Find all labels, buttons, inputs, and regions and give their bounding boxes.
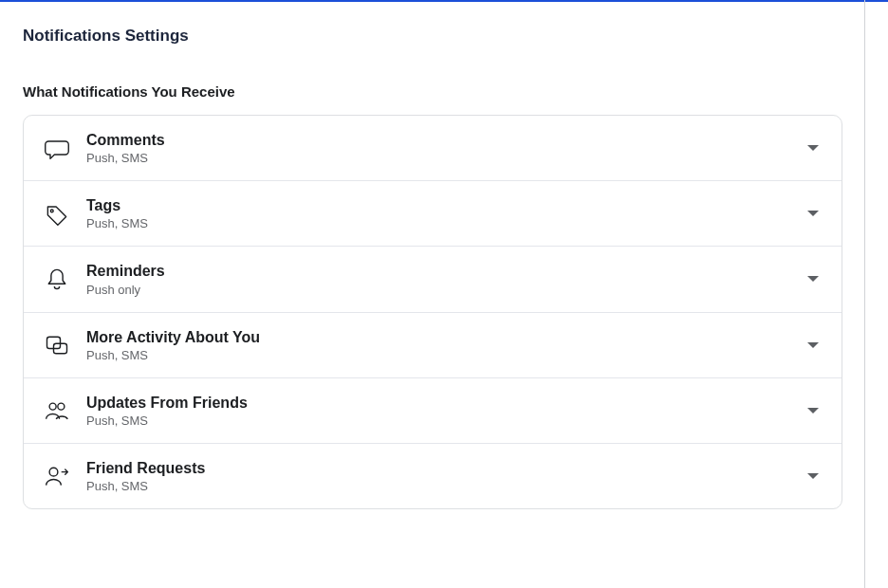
section-heading: What Notifications You Receive (23, 83, 865, 100)
setting-row-title: Tags (86, 196, 807, 214)
friends-icon (41, 395, 73, 427)
setting-row-sub: Push, SMS (86, 479, 807, 493)
setting-row-sub: Push, SMS (86, 348, 807, 362)
setting-row-updates-friends[interactable]: Updates From Friends Push, SMS (24, 378, 842, 444)
setting-row-title: More Activity About You (86, 328, 807, 346)
setting-row-sub: Push, SMS (86, 151, 807, 165)
top-accent-bar (0, 0, 888, 2)
comment-icon (41, 132, 73, 164)
svg-point-0 (50, 210, 53, 212)
setting-row-friend-requests[interactable]: Friend Requests Push, SMS (24, 444, 842, 508)
setting-row-text: Updates From Friends Push, SMS (86, 394, 807, 428)
activity-icon (41, 329, 73, 361)
setting-row-reminders[interactable]: Reminders Push only (24, 247, 842, 312)
main-content: Notifications Settings What Notification… (0, 0, 888, 509)
setting-row-title: Updates From Friends (86, 394, 807, 412)
page-title: Notifications Settings (23, 27, 865, 46)
chevron-down-icon (807, 342, 819, 348)
setting-row-sub: Push, SMS (86, 216, 807, 230)
setting-row-sub: Push only (86, 283, 807, 297)
setting-row-title: Friend Requests (86, 459, 807, 477)
setting-row-title: Comments (86, 131, 807, 149)
tag-icon (41, 197, 73, 230)
svg-point-5 (49, 468, 58, 476)
setting-row-sub: Push, SMS (86, 413, 807, 428)
chevron-down-icon (807, 145, 819, 151)
svg-point-3 (49, 403, 56, 410)
friend-request-icon (41, 460, 73, 492)
chevron-down-icon (807, 473, 819, 479)
setting-row-text: Friend Requests Push, SMS (86, 459, 807, 493)
bell-icon (41, 263, 73, 295)
setting-row-more-activity[interactable]: More Activity About You Push, SMS (24, 313, 842, 378)
setting-row-comments[interactable]: Comments Push, SMS (24, 116, 842, 181)
chevron-down-icon (807, 276, 819, 282)
setting-row-text: More Activity About You Push, SMS (86, 328, 807, 362)
setting-row-title: Reminders (86, 262, 807, 280)
setting-row-text: Comments Push, SMS (86, 131, 807, 165)
settings-card: Comments Push, SMS Tags Push, SMS (23, 115, 842, 509)
setting-row-text: Tags Push, SMS (86, 196, 807, 230)
chevron-down-icon (807, 408, 819, 413)
setting-row-tags[interactable]: Tags Push, SMS (24, 181, 842, 247)
right-divider (864, 0, 865, 588)
setting-row-text: Reminders Push only (86, 262, 807, 296)
svg-point-4 (58, 403, 65, 410)
chevron-down-icon (807, 211, 819, 216)
